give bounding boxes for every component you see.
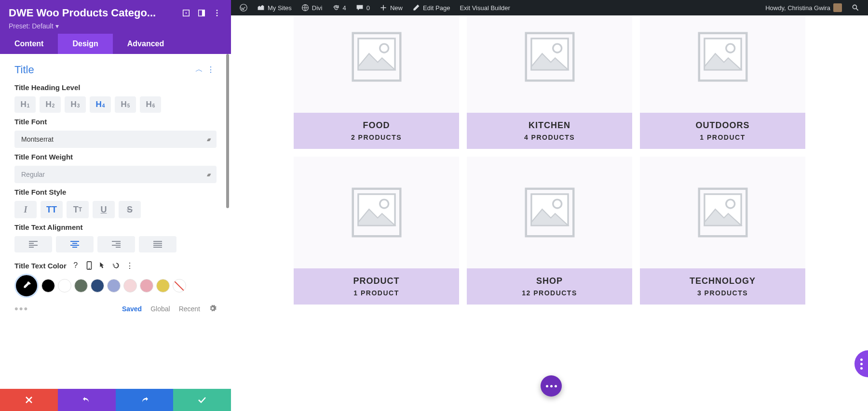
category-title: SHOP bbox=[471, 276, 628, 286]
category-count: 12 PRODUCTS bbox=[471, 289, 628, 297]
style-italic[interactable]: I bbox=[14, 201, 37, 218]
undo-button[interactable] bbox=[58, 389, 116, 411]
category-card[interactable]: PRODUCT 1 PRODUCT bbox=[294, 157, 459, 305]
hover-icon[interactable] bbox=[98, 261, 107, 270]
module-actions-fab[interactable] bbox=[541, 375, 562, 397]
color-picker-button[interactable] bbox=[14, 274, 39, 298]
category-card[interactable]: TECHNOLOGY 3 PRODUCTS bbox=[640, 157, 805, 305]
align-left[interactable] bbox=[14, 236, 52, 252]
style-strikethrough[interactable]: S bbox=[119, 201, 141, 218]
check-icon bbox=[197, 395, 207, 405]
section-header-title[interactable]: Title ︿ ⋮ bbox=[14, 63, 217, 77]
category-info: SHOP 12 PRODUCTS bbox=[467, 268, 632, 305]
site-name[interactable]: Divi bbox=[297, 0, 327, 15]
help-icon[interactable]: ? bbox=[71, 261, 80, 270]
plus-icon bbox=[380, 4, 387, 12]
align-right[interactable] bbox=[97, 236, 135, 252]
tab-advanced[interactable]: Advanced bbox=[113, 34, 178, 54]
category-info: OUTDOORS 1 PRODUCT bbox=[640, 113, 805, 149]
palette-more[interactable]: ••• bbox=[14, 303, 28, 315]
new-content[interactable]: New bbox=[375, 0, 407, 15]
label-alignment: Title Text Alignment bbox=[14, 223, 217, 231]
svg-rect-16 bbox=[70, 245, 79, 246]
panel-footer bbox=[0, 389, 231, 411]
expand-icon[interactable] bbox=[181, 8, 191, 18]
comments[interactable]: 0 bbox=[351, 0, 375, 15]
font-select[interactable]: Montserrat ▴▾ bbox=[14, 131, 217, 148]
exit-visual-builder[interactable]: Exit Visual Builder bbox=[455, 0, 515, 15]
style-smallcaps[interactable]: TT bbox=[67, 201, 89, 218]
my-sites-label: My Sites bbox=[268, 4, 292, 12]
heading-h3[interactable]: H3 bbox=[65, 96, 86, 113]
align-justify[interactable] bbox=[139, 236, 176, 252]
search-toggle[interactable] bbox=[847, 0, 864, 15]
svg-rect-11 bbox=[29, 243, 34, 244]
category-card[interactable]: FOOD 2 PRODUCTS bbox=[294, 15, 459, 149]
swatch-black[interactable] bbox=[41, 279, 55, 292]
svg-rect-18 bbox=[112, 241, 121, 242]
dock-icon[interactable] bbox=[196, 8, 207, 18]
tab-content[interactable]: Content bbox=[0, 34, 58, 54]
svg-rect-20 bbox=[112, 245, 121, 246]
swatch-transparent[interactable] bbox=[173, 279, 186, 292]
style-underline[interactable]: U bbox=[93, 201, 115, 218]
swatch-navy[interactable] bbox=[91, 279, 104, 292]
placeholder-image-icon bbox=[696, 30, 750, 84]
edit-page[interactable]: Edit Page bbox=[407, 0, 455, 15]
scrollbar[interactable] bbox=[226, 54, 229, 208]
font-weight-select[interactable]: Regular ▴▾ bbox=[14, 166, 217, 183]
heading-h1[interactable]: H1 bbox=[14, 96, 36, 113]
swatch-pink[interactable] bbox=[140, 279, 153, 292]
heading-h5[interactable]: H5 bbox=[115, 96, 136, 113]
svg-rect-21 bbox=[116, 247, 121, 248]
swatch-lavender[interactable] bbox=[107, 279, 121, 292]
howdy-user[interactable]: Howdy, Christina Gwira bbox=[760, 0, 847, 15]
wp-logo[interactable] bbox=[235, 0, 252, 15]
align-center[interactable] bbox=[56, 236, 94, 252]
preset-selector[interactable]: Preset: Default▾ bbox=[9, 22, 222, 30]
svg-point-4 bbox=[186, 13, 187, 14]
reset-icon[interactable] bbox=[112, 261, 121, 270]
save-button[interactable] bbox=[173, 389, 231, 411]
svg-point-27 bbox=[89, 268, 90, 269]
palette-saved[interactable]: Saved bbox=[122, 305, 142, 313]
placeholder-image-icon bbox=[523, 186, 577, 239]
palette-global[interactable]: Global bbox=[150, 305, 170, 313]
more-vert-icon[interactable] bbox=[212, 8, 222, 18]
svg-rect-14 bbox=[70, 241, 79, 242]
category-card[interactable]: KITCHEN 4 PRODUCTS bbox=[467, 15, 632, 149]
svg-point-8 bbox=[217, 13, 218, 14]
svg-rect-6 bbox=[202, 10, 204, 16]
swatch-olive[interactable] bbox=[74, 279, 88, 292]
swatch-gold[interactable] bbox=[156, 279, 170, 292]
refresh[interactable]: 4 bbox=[327, 0, 351, 15]
style-uppercase[interactable]: TT bbox=[41, 201, 63, 218]
builder-toggle-fab[interactable] bbox=[854, 350, 868, 377]
swatch-white[interactable] bbox=[58, 279, 71, 292]
svg-point-9 bbox=[217, 15, 218, 16]
swatch-pink-light[interactable] bbox=[123, 279, 137, 292]
my-sites[interactable]: My Sites bbox=[252, 0, 297, 15]
category-image bbox=[467, 15, 632, 113]
more-vert-icon[interactable]: ⋮ bbox=[125, 261, 134, 270]
more-vert-icon[interactable]: ⋮ bbox=[205, 63, 217, 76]
heading-h6[interactable]: H6 bbox=[140, 96, 161, 113]
redo-button[interactable] bbox=[116, 389, 174, 411]
category-count: 4 PRODUCTS bbox=[471, 133, 628, 141]
cancel-button[interactable] bbox=[0, 389, 58, 411]
chevron-up-icon[interactable]: ︿ bbox=[193, 63, 205, 77]
heading-h2[interactable]: H2 bbox=[40, 96, 61, 113]
category-card[interactable]: SHOP 12 PRODUCTS bbox=[467, 157, 632, 305]
wp-admin-bar: My Sites Divi 4 0 New Edit Page Exit Vis… bbox=[231, 0, 868, 15]
category-info: FOOD 2 PRODUCTS bbox=[294, 113, 459, 149]
gear-icon[interactable] bbox=[209, 305, 217, 314]
palette-recent[interactable]: Recent bbox=[179, 305, 200, 313]
svg-point-2 bbox=[853, 5, 856, 9]
heading-h4[interactable]: H4 bbox=[90, 96, 111, 113]
category-image bbox=[467, 157, 632, 268]
svg-rect-12 bbox=[29, 245, 38, 246]
responsive-icon[interactable] bbox=[85, 261, 94, 270]
category-card[interactable]: OUTDOORS 1 PRODUCT bbox=[640, 15, 805, 149]
svg-rect-22 bbox=[153, 241, 162, 242]
tab-design[interactable]: Design bbox=[58, 34, 112, 54]
